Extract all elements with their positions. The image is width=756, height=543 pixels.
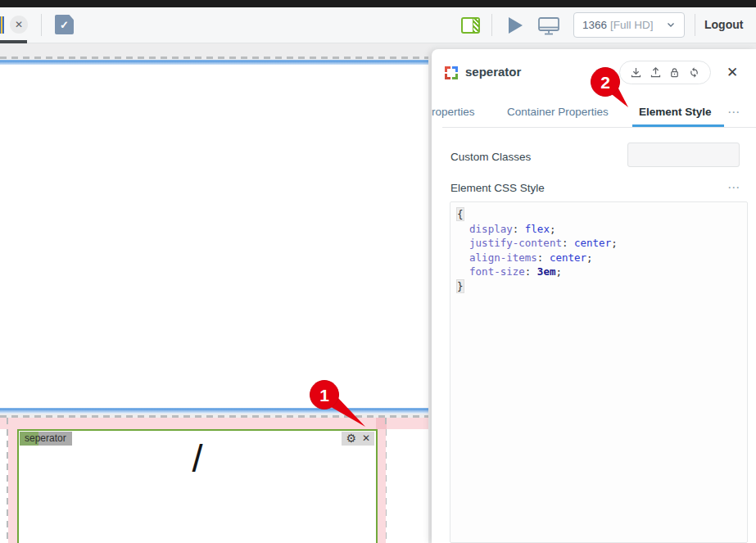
tab-properties[interactable]: Properties [432,106,475,118]
tab-container-properties[interactable]: Container Properties [507,106,609,118]
chevron-down-icon [666,18,676,33]
container-padding-highlight-top [0,418,428,429]
separator-element[interactable]: seperator ⚙ ✕ / [17,429,378,543]
close-icon: ✕ [15,19,23,30]
resolution-value: 1366 [582,19,607,31]
resolution-suffix: [Full HD] [610,19,654,31]
layout-toggle-hatch [473,19,478,32]
partial-tab-favicon-icon [0,16,4,34]
css-style-more-icon[interactable]: ⋯ [727,180,740,195]
custom-classes-input[interactable] [627,143,740,167]
container-dashed-border-top [0,57,428,59]
element-settings-panel: seperator [432,49,756,543]
layout-toggle-icon[interactable] [461,17,480,34]
row-padding-highlight-left [8,429,17,543]
resolution-dropdown[interactable]: 1366 [Full HD] [573,12,685,38]
close-tab-button[interactable]: ✕ [10,16,28,34]
browser-chrome-strip [0,0,756,7]
toolbar-divider [41,14,42,36]
logout-button[interactable]: Logout [704,18,743,31]
page-content-section[interactable] [0,65,428,408]
top-toolbar: ✕ ✓ 1366 [Full HD] Logout [0,7,756,43]
monitor-icon[interactable] [537,16,560,36]
css-code[interactable]: { display: flex; justify-content: center… [450,201,748,543]
tab-element-style[interactable]: Element Style [639,106,712,118]
upload-icon[interactable] [650,66,662,79]
toolbar-divider [491,14,492,36]
preview-play-button[interactable] [509,17,523,34]
separator-content: / [19,432,376,483]
panel-tabs: Properties Container Properties Element … [432,101,756,128]
panel-header: seperator [432,49,756,95]
close-panel-icon[interactable]: ✕ [727,64,738,81]
element-actions-group [619,61,711,84]
toolbar-divider [695,14,695,36]
tabs-divider [442,127,756,128]
selected-section-border-bottom [0,408,428,414]
refresh-icon[interactable] [688,66,700,79]
lock-icon[interactable] [668,66,681,79]
saved-check-icon[interactable]: ✓ [55,15,74,34]
component-icon [445,66,458,79]
check-icon: ✓ [60,19,69,31]
element-css-style-label: Element CSS Style [450,182,545,194]
panel-title: seperator [465,65,521,79]
download-icon[interactable] [630,66,642,79]
custom-classes-label: Custom Classes [450,151,531,163]
tabs-overflow-icon[interactable]: ⋯ [727,105,740,120]
